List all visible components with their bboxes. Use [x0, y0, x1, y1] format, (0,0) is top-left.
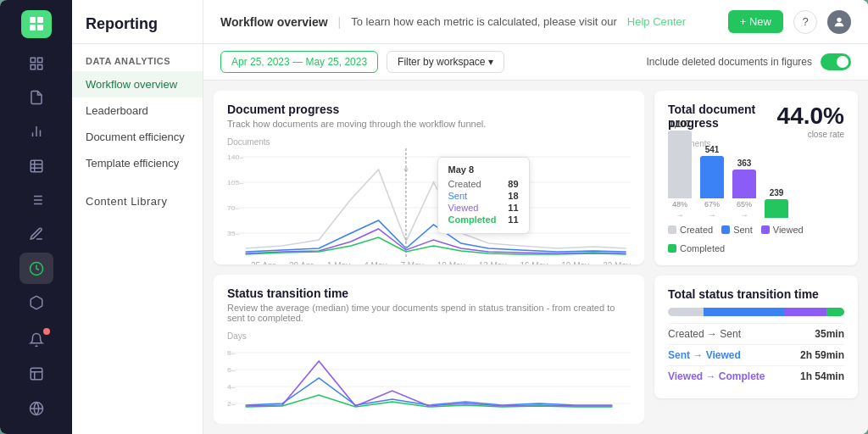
bar-created: 1,107 48% →	[668, 120, 692, 220]
doc-progress-title: Document progress	[227, 103, 631, 116]
nav-item-document-efficiency[interactable]: Document efficiency	[72, 124, 203, 150]
svg-text:4–: 4–	[227, 382, 236, 391]
main-content: Workflow overview | To learn how each me…	[203, 0, 868, 434]
bar-legend-sent: Sent	[721, 225, 753, 235]
close-rate-container: 44.0% close rate	[777, 103, 844, 139]
svg-rect-11	[31, 160, 42, 172]
filter-workspace-button[interactable]: Filter by workspace ▾	[387, 51, 504, 73]
svg-rect-4	[31, 58, 35, 62]
svg-rect-22	[31, 369, 42, 381]
status-transition-chart: 8– 6– 4– 2–	[227, 344, 631, 412]
transition-label-created-sent: Created → Sent	[668, 328, 741, 340]
svg-text:8–: 8–	[227, 348, 236, 357]
doc-progress-subtitle: Track how documents are moving through t…	[227, 119, 631, 129]
doc-progress-chart: 140– 105– 70– 35–	[227, 148, 631, 259]
sidebar-icon-list[interactable]	[19, 185, 53, 215]
svg-text:2–: 2–	[227, 399, 236, 408]
status-transition-card: Status transition time Review the averag…	[214, 275, 644, 424]
status-transition-title: Status transition time	[227, 287, 631, 300]
bar-chart-y-label: Documents	[668, 139, 844, 148]
chart-tooltip: May 8 Created 89 Sent 18	[437, 157, 530, 234]
nav-section-content: Content Library	[72, 183, 203, 213]
nav-item-leaderboard[interactable]: Leaderboard	[72, 97, 203, 124]
bar-created-rect	[668, 131, 692, 198]
svg-rect-2	[30, 25, 36, 31]
tooltip-completed-row: Completed 11	[448, 214, 519, 225]
sidebar-icon-pen[interactable]	[19, 219, 53, 249]
sidebar-icon-file[interactable]	[19, 82, 53, 113]
bar-completed: 239	[765, 188, 788, 220]
filters-bar: Apr 25, 2023 — May 25, 2023 Filter by wo…	[203, 44, 868, 81]
left-column: Document progress Track how documents ar…	[214, 91, 644, 424]
topbar-section: Workflow overview	[220, 15, 328, 29]
transition-bar	[668, 308, 844, 316]
sidebar-icon-grid[interactable]	[19, 48, 53, 79]
total-status-transition-card: Total status transition time Created → S…	[654, 275, 858, 398]
logo[interactable]	[21, 10, 52, 38]
bar-chart-legend: Created Sent Viewed Completed	[668, 225, 844, 253]
user-avatar[interactable]	[827, 10, 851, 34]
svg-text:105–: 105–	[227, 178, 244, 186]
nav-section-data-analytics: Data analytics	[72, 44, 203, 71]
sidebar-icon-box[interactable]	[19, 287, 53, 318]
document-progress-card: Document progress Track how documents ar…	[214, 91, 644, 264]
svg-text:140–: 140–	[227, 153, 244, 161]
sidebar-icon-clock[interactable]	[19, 253, 53, 283]
content-area: Document progress Track how documents ar…	[203, 81, 868, 434]
transition-row-viewed-complete: Viewed → Complete 1h 54min	[668, 365, 844, 387]
sidebar-icon-chart[interactable]	[19, 116, 53, 147]
nav-panel: Reporting Data analytics Workflow overvi…	[72, 0, 203, 434]
transition-row-sent-viewed: Sent → Viewed 2h 59min	[668, 344, 844, 365]
chevron-down-icon: ▾	[488, 56, 493, 68]
tooltip-date: May 8	[448, 164, 519, 175]
help-button[interactable]: ?	[793, 10, 817, 34]
svg-rect-0	[30, 17, 36, 23]
bar-legend-created: Created	[668, 225, 713, 235]
total-status-title: Total status transition time	[668, 287, 844, 301]
nav-title: Reporting	[72, 0, 203, 44]
bar-sent-rect	[700, 156, 724, 198]
doc-progress-y-label: Documents	[227, 137, 631, 147]
svg-rect-1	[37, 17, 43, 23]
bar-seg-viewed	[784, 308, 826, 316]
nav-item-template-efficiency[interactable]: Template efficiency	[72, 150, 203, 176]
total-doc-progress-card: Total document progress 44.0% close rate…	[654, 91, 858, 265]
sidebar-icon-globe[interactable]	[19, 393, 53, 424]
sidebar	[0, 0, 72, 434]
svg-rect-6	[31, 64, 35, 69]
svg-point-27	[837, 17, 841, 21]
tooltip-viewed-row: Viewed 11	[448, 203, 519, 213]
transition-label-viewed-complete: Viewed → Complete	[668, 370, 765, 382]
svg-rect-7	[37, 64, 42, 69]
include-deleted-label: Include deleted documents in figures	[647, 56, 812, 68]
sidebar-icon-template[interactable]	[19, 359, 53, 389]
transition-label-sent-viewed: Sent → Viewed	[668, 349, 741, 361]
close-rate-value: 44.0%	[777, 103, 844, 130]
svg-text:70–: 70–	[227, 203, 240, 212]
svg-rect-5	[37, 58, 42, 62]
bar-seg-sent	[704, 308, 785, 316]
transition-value-viewed-complete: 1h 54min	[800, 370, 844, 382]
sidebar-icon-bell[interactable]	[19, 325, 53, 355]
bar-completed-rect	[765, 199, 788, 218]
sidebar-icon-table[interactable]	[19, 151, 53, 181]
status-y-label: Days	[227, 331, 631, 341]
progress-header: Total document progress 44.0% close rate	[668, 103, 844, 139]
help-center-link[interactable]: Help Center	[627, 15, 686, 28]
tooltip-created-row: Created 89	[448, 179, 519, 189]
bar-legend-viewed: Viewed	[761, 225, 804, 235]
date-range-button[interactable]: Apr 25, 2023 — May 25, 2023	[220, 51, 378, 73]
bar-viewed: 363 65% →	[732, 159, 756, 220]
nav-item-workflow-overview[interactable]: Workflow overview	[72, 71, 203, 97]
close-rate-label: close rate	[777, 130, 844, 139]
bar-chart-container: 1,107 48% → 541 67% →	[668, 152, 844, 220]
bar-sent: 541 67% →	[700, 145, 724, 220]
bar-seg-completed	[826, 308, 844, 316]
transition-row-created-sent: Created → Sent 35min	[668, 323, 844, 344]
svg-text:35–: 35–	[227, 229, 240, 237]
doc-progress-x-axis: 25 Apr 28 Apr 1 May 4 May 7 May 10 May 1…	[227, 261, 631, 264]
status-transition-subtitle: Review the average (median) time your do…	[227, 303, 631, 323]
svg-text:6–: 6–	[227, 365, 236, 374]
new-button[interactable]: + New	[728, 10, 783, 33]
include-deleted-toggle[interactable]	[821, 53, 851, 70]
